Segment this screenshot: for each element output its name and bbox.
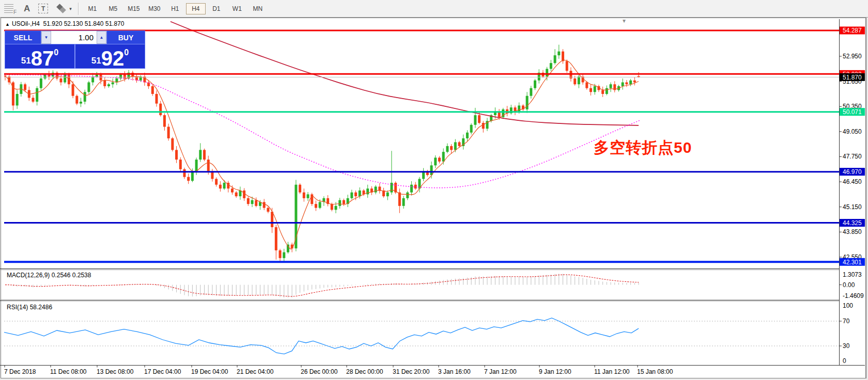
sell-price-pips: 87 <box>31 50 54 67</box>
svg-text:46.970: 46.970 <box>843 168 862 176</box>
svg-text:1.3073: 1.3073 <box>843 271 862 278</box>
buy-price-main: 51 <box>91 56 101 65</box>
svg-text:21 Dec 04:00: 21 Dec 04:00 <box>237 368 274 375</box>
mt4-application: F A T ▾ M1 M5 M15 M30 H1 H4 D1 W1 MN 52.… <box>0 0 868 380</box>
toolbar-separator <box>78 3 79 15</box>
svg-text:7 Dec 2018: 7 Dec 2018 <box>4 368 36 375</box>
chart-text-annotation: 多空转折点50 <box>594 137 692 159</box>
svg-text:30: 30 <box>843 342 850 350</box>
sell-price-main: 51 <box>21 56 31 65</box>
volume-input[interactable] <box>51 31 97 44</box>
macd-pane-layer <box>5 274 639 297</box>
volume-decrease-button[interactable]: ▼ <box>41 31 51 44</box>
tf-button-m30[interactable]: M30 <box>145 3 164 14</box>
buy-button[interactable]: BUY <box>106 31 145 44</box>
svg-text:7 Jan 12:00: 7 Jan 12:00 <box>484 368 517 375</box>
buy-price-point: 0 <box>124 49 129 57</box>
tf-button-m1[interactable]: M1 <box>83 3 102 14</box>
volume-increase-button[interactable]: ▲ <box>97 31 106 44</box>
macd-signal-line <box>5 275 639 296</box>
tf-button-d1[interactable]: D1 <box>207 3 226 14</box>
svg-text:0: 0 <box>843 357 846 365</box>
buy-price-box[interactable]: 51920 <box>75 44 145 69</box>
price-axis-layer: 52.95051.65050.35049.05047.75046.45045.1… <box>839 26 865 365</box>
time-axis-layer: 7 Dec 201811 Dec 08:0013 Dec 08:0017 Dec… <box>4 366 673 376</box>
rsi-line <box>4 318 639 354</box>
svg-text:13 Dec 08:00: 13 Dec 08:00 <box>97 368 134 375</box>
svg-text:0.00: 0.00 <box>843 281 855 289</box>
ma-mid-line <box>4 75 641 188</box>
svg-text:11 Dec 08:00: 11 Dec 08:00 <box>50 368 87 375</box>
macd-indicator-label: MACD(12,26,9) 0.2546 0.2538 <box>7 272 91 279</box>
sell-price-box[interactable]: 51870 <box>5 44 75 69</box>
svg-text:31 Dec 20:00: 31 Dec 20:00 <box>393 368 430 375</box>
sell-button[interactable]: SELL <box>5 31 41 44</box>
dropdown-caret-icon[interactable]: ▾ <box>69 6 72 11</box>
svg-text:28 Dec 00:00: 28 Dec 00:00 <box>346 368 383 375</box>
svg-text:52.950: 52.950 <box>843 53 862 60</box>
text-label-icon[interactable]: T <box>38 4 48 13</box>
svg-text:51.870: 51.870 <box>843 74 862 81</box>
svg-text:43.850: 43.850 <box>843 228 862 235</box>
rsi-pane-layer <box>4 318 839 354</box>
svg-text:26 Dec 00:00: 26 Dec 00:00 <box>301 368 338 375</box>
svg-text:54.287: 54.287 <box>843 27 862 34</box>
collapse-arrow-icon[interactable]: ▲ <box>5 22 10 27</box>
chart-grid-f-icon[interactable]: F <box>4 4 17 13</box>
svg-text:42.301: 42.301 <box>843 259 862 266</box>
toolbar: F A T ▾ M1 M5 M15 M30 H1 H4 D1 W1 MN <box>0 0 868 18</box>
svg-text:11 Jan 12:00: 11 Jan 12:00 <box>594 368 630 375</box>
tf-button-m15[interactable]: M15 <box>124 3 144 14</box>
symbol-timeframe: USOil-,H4 <box>12 20 40 27</box>
svg-text:44.325: 44.325 <box>843 219 862 227</box>
svg-text:15 Jan 08:00: 15 Jan 08:00 <box>637 368 673 375</box>
tf-button-h1[interactable]: H1 <box>165 3 185 14</box>
tf-button-mn[interactable]: MN <box>248 3 268 14</box>
pane-frame <box>0 18 866 378</box>
tf-button-w1[interactable]: W1 <box>227 3 247 14</box>
shift-marker-icon[interactable]: ▼ <box>622 18 627 24</box>
sell-price-point: 0 <box>54 49 58 57</box>
svg-text:3 Jan 16:00: 3 Jan 16:00 <box>438 368 471 375</box>
svg-text:70: 70 <box>843 318 850 325</box>
buy-price-pips: 92 <box>101 50 125 67</box>
svg-text:-1.4609: -1.4609 <box>843 292 864 299</box>
shapes-icon[interactable] <box>56 4 67 13</box>
ma-fast-line <box>5 60 639 249</box>
rsi-indicator-label: RSI(14) 58.2486 <box>7 304 52 311</box>
tf-button-m5[interactable]: M5 <box>103 3 123 14</box>
svg-text:46.450: 46.450 <box>843 178 862 185</box>
svg-text:45.150: 45.150 <box>843 203 862 211</box>
one-click-trading-panel: SELL ▼ ▲ BUY 51870 51920 <box>5 30 145 69</box>
font-a-icon[interactable]: A <box>24 4 30 14</box>
svg-text:100: 100 <box>843 302 853 309</box>
tf-button-h4-active[interactable]: H4 <box>186 3 206 14</box>
svg-text:49.050: 49.050 <box>843 128 862 135</box>
svg-text:17 Dec 04:00: 17 Dec 04:00 <box>144 368 181 375</box>
svg-text:19 Dec 04:00: 19 Dec 04:00 <box>191 368 228 375</box>
svg-text:50.071: 50.071 <box>843 108 862 116</box>
chart-title: ▲USOil-,H4 51.920 52.130 51.840 51.870 <box>5 20 124 27</box>
ohlc-values: 51.920 52.130 51.840 51.870 <box>43 20 125 27</box>
svg-text:47.750: 47.750 <box>843 153 862 160</box>
svg-text:9 Jan 12:00: 9 Jan 12:00 <box>539 368 571 375</box>
